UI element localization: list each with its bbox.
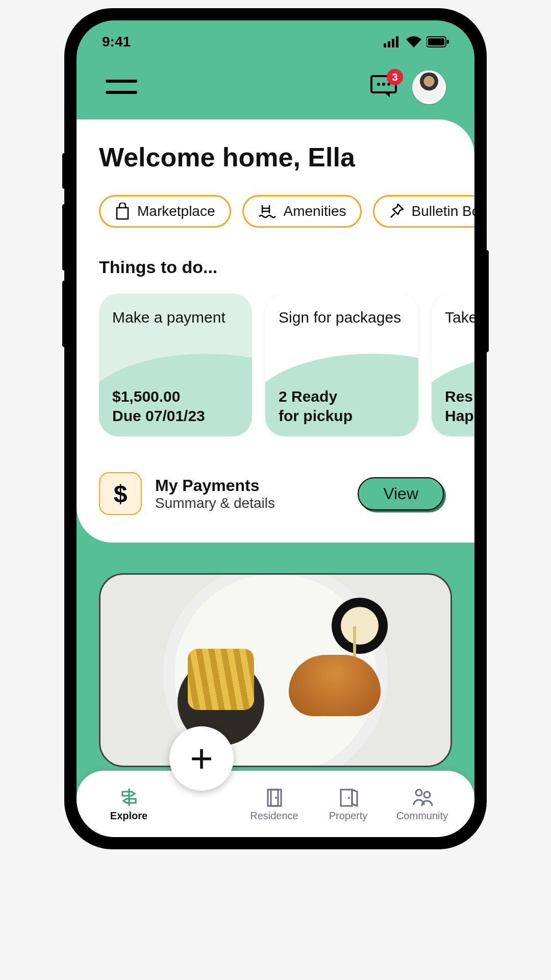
svg-rect-6 (447, 40, 449, 44)
sauce-graphic (332, 598, 388, 654)
pool-icon (258, 203, 277, 219)
messages-badge: 3 (387, 69, 403, 85)
app-header: 3 (77, 55, 474, 119)
signpost-icon (118, 787, 140, 808)
svg-rect-14 (268, 790, 281, 806)
todo-body: $1,500.00 Due 07/01/23 (112, 387, 239, 425)
chip-label: Bulletin Bo (411, 203, 474, 219)
main-card: Welcome home, Ella Marketplace Amenities… (77, 119, 474, 543)
burger-graphic (289, 655, 381, 716)
svg-point-10 (377, 83, 380, 86)
svg-rect-13 (117, 208, 128, 219)
chip-amenities[interactable]: Amenities (242, 195, 362, 228)
todo-line2: for pickup (279, 406, 405, 426)
todo-line1: $1,500.00 (112, 387, 239, 406)
battery-icon (427, 36, 449, 47)
payments-title: My Payments (155, 476, 344, 495)
svg-rect-2 (392, 39, 394, 47)
todo-body: 2 Ready for pickup (279, 387, 405, 425)
messages-button[interactable]: 3 (370, 74, 398, 101)
chip-label: Marketplace (137, 203, 215, 219)
todo-card-survey[interactable]: Take surv Res Hap (432, 293, 474, 436)
bag-icon (115, 203, 130, 220)
tab-residence[interactable]: Residence (237, 787, 311, 822)
chip-bulletin[interactable]: Bulletin Bo (373, 195, 474, 228)
status-time: 9:41 (102, 34, 131, 50)
payments-subtitle: Summary & details (155, 495, 344, 511)
todo-card-payment[interactable]: Make a payment $1,500.00 Due 07/01/23 (99, 293, 252, 436)
todo-row[interactable]: Make a payment $1,500.00 Due 07/01/23 Si… (99, 293, 474, 436)
header-actions: 3 (370, 70, 446, 104)
svg-point-19 (416, 790, 422, 796)
svg-point-18 (348, 797, 350, 799)
welcome-heading: Welcome home, Ella (99, 142, 474, 173)
chip-label: Amenities (284, 203, 346, 219)
avatar[interactable] (412, 70, 446, 104)
open-door-icon (338, 787, 359, 808)
fab-button[interactable]: + (169, 726, 234, 791)
status-icons (384, 36, 449, 47)
svg-rect-0 (384, 43, 386, 47)
svg-rect-5 (428, 38, 444, 45)
tab-label: Explore (110, 810, 147, 822)
plus-icon: + (190, 739, 213, 778)
phone-frame: 9:41 3 Welcome home, Ella (66, 10, 485, 847)
todo-title: Sign for packages (279, 308, 405, 327)
payments-row: $ My Payments Summary & details View (99, 472, 474, 515)
todo-body: Res Hap (445, 387, 474, 425)
phone-side-button (62, 204, 66, 271)
todo-line1: Res (445, 387, 474, 406)
tab-label: Community (396, 810, 448, 822)
tab-explore[interactable]: Explore (92, 787, 166, 822)
payments-text: My Payments Summary & details (155, 476, 344, 511)
tab-community[interactable]: Community (385, 787, 459, 822)
quick-links-row[interactable]: Marketplace Amenities Bulletin Bo (99, 195, 474, 228)
pin-icon (389, 203, 404, 219)
todo-title: Take surv (445, 308, 474, 327)
tab-property[interactable]: Property (311, 787, 385, 822)
svg-rect-1 (388, 41, 390, 47)
todo-line2: Due 07/01/23 (112, 406, 239, 426)
signal-icon (384, 36, 401, 47)
todo-line1: 2 Ready (279, 387, 405, 406)
svg-point-16 (275, 797, 277, 799)
chip-marketplace[interactable]: Marketplace (99, 195, 231, 228)
things-title: Things to do... (99, 257, 474, 277)
svg-rect-3 (396, 36, 398, 47)
phone-side-button (485, 250, 489, 352)
svg-point-11 (382, 83, 385, 86)
dollar-icon: $ (99, 472, 142, 515)
todo-card-packages[interactable]: Sign for packages 2 Ready for pickup (265, 293, 418, 436)
people-icon (412, 787, 433, 808)
menu-icon[interactable] (105, 76, 138, 99)
screen: 9:41 3 Welcome home, Ella (77, 20, 474, 837)
svg-point-20 (424, 792, 430, 798)
wifi-icon (406, 36, 421, 47)
tab-label: Residence (250, 810, 298, 822)
tab-label: Property (329, 810, 368, 822)
phone-side-button (62, 281, 66, 347)
phone-side-button (62, 153, 66, 189)
todo-line2: Hap (445, 406, 474, 426)
door-icon (264, 787, 285, 808)
view-button[interactable]: View (358, 477, 444, 510)
tab-bar: Explore + Residence Property Community (77, 771, 474, 837)
todo-title: Make a payment (112, 308, 239, 327)
feature-image-card[interactable] (99, 573, 452, 767)
svg-rect-17 (341, 790, 352, 806)
status-bar: 9:41 (77, 20, 474, 55)
